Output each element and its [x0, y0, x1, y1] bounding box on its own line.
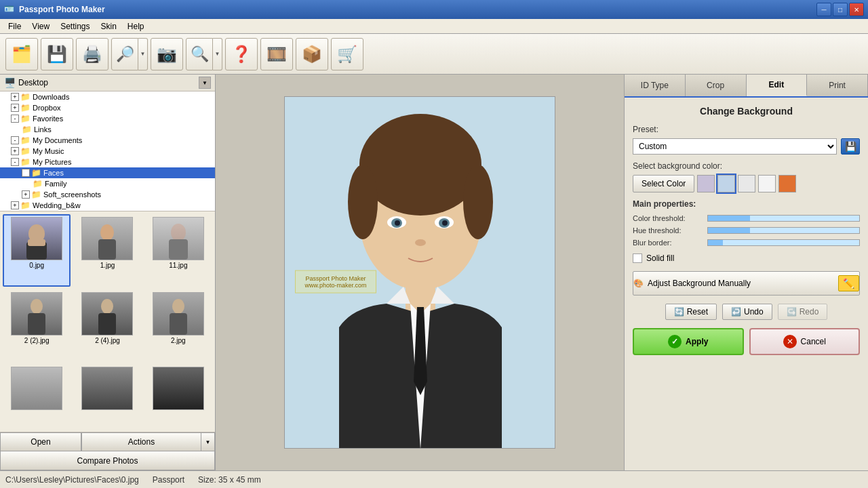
blur-border-slider[interactable] — [707, 239, 860, 246]
pencil-icon: ✏️ — [838, 275, 859, 291]
tree-item-dropbox[interactable]: + 📁 Dropbox — [0, 102, 215, 113]
film-tool[interactable]: 🎞️ — [260, 38, 293, 70]
zoom-tool[interactable]: 🔎 — [111, 38, 138, 70]
menu-file[interactable]: File — [3, 20, 26, 33]
preset-row: Custom 💾 — [633, 138, 860, 155]
menu-settings[interactable]: Settings — [55, 20, 95, 33]
thumbnail-2-2[interactable]: 2 (2).jpg — [3, 289, 71, 362]
select-color-button[interactable]: Select Color — [633, 175, 694, 192]
cart-tool[interactable]: 🛒 — [331, 38, 363, 70]
adjust-background-button[interactable]: 🎨 Adjust Background Manually ✏️ — [633, 271, 860, 296]
svg-rect-6 — [169, 239, 188, 260]
undo-button[interactable]: ↩️ Undo — [722, 304, 772, 320]
tree-item-my-music[interactable]: + 📁 My Music — [0, 146, 215, 157]
thumbnail-5[interactable] — [144, 364, 212, 429]
actions-arrow[interactable]: ▼ — [201, 432, 215, 451]
folder-icon: 📁 — [20, 201, 31, 210]
expand-soft[interactable]: + — [22, 190, 30, 199]
thumbnail-0[interactable]: 0.jpg — [3, 214, 71, 287]
actions-button[interactable]: Actions — [81, 432, 201, 451]
svg-point-16 — [348, 165, 378, 239]
tree-item-my-documents[interactable]: - 📁 My Documents — [0, 135, 215, 146]
status-bar: C:\Users\Lesley\Pictures\Faces\0.jpg Pas… — [0, 470, 868, 488]
help-tool[interactable]: ❓ — [225, 38, 258, 70]
tab-edit[interactable]: Edit — [747, 75, 808, 96]
tree-item-favorites[interactable]: - 📁 Favorites — [0, 113, 215, 124]
zoom-arrow[interactable]: ▼ — [138, 38, 148, 70]
save-preset-button[interactable]: 💾 — [841, 138, 860, 155]
svg-point-7 — [31, 299, 43, 314]
tab-id-type[interactable]: ID Type — [625, 75, 686, 96]
enhance-tool[interactable]: 🔍 — [186, 38, 213, 70]
adjust-icon: 🎨 — [633, 279, 644, 288]
thumbnail-4[interactable] — [73, 364, 141, 429]
reset-button[interactable]: 🔄 Reset — [665, 304, 717, 320]
menu-skin[interactable]: Skin — [96, 20, 122, 33]
folder-dropdown-btn[interactable]: ▼ — [199, 77, 211, 89]
maximize-button[interactable]: □ — [833, 3, 848, 16]
expand-favorites[interactable]: - — [11, 115, 19, 123]
expand-wedding[interactable]: + — [11, 201, 19, 209]
folder-icon: 📁 — [31, 190, 41, 199]
color-threshold-slider[interactable] — [707, 215, 860, 222]
swatch-light-gray[interactable] — [738, 175, 755, 192]
thumbnail-11[interactable]: 11.jpg — [144, 214, 212, 287]
expand-dropbox[interactable]: + — [11, 104, 19, 112]
svg-rect-12 — [170, 313, 187, 335]
thumbnail-2-4[interactable]: 2 (4).jpg — [73, 289, 141, 362]
svg-point-15 — [359, 114, 481, 216]
tab-crop[interactable]: Crop — [686, 75, 747, 96]
thumbnail-1[interactable]: 1.jpg — [73, 214, 141, 287]
export-tool[interactable]: 📦 — [296, 38, 328, 70]
compare-photos-button[interactable]: Compare Photos — [0, 451, 215, 470]
action-row: 🔄 Reset ↩️ Undo ↪️ Redo — [633, 304, 860, 320]
tree-item-soft-screenshots[interactable]: + 📁 Soft_screenshots — [0, 189, 215, 200]
hue-threshold-slider[interactable] — [707, 227, 860, 234]
solid-fill-checkbox[interactable] — [633, 253, 642, 263]
minimize-button[interactable]: ─ — [816, 3, 831, 16]
tree-view: + 📁 Downloads + 📁 Dropbox - 📁 Favorites — [0, 92, 215, 211]
expand-downloads[interactable]: + — [11, 93, 19, 101]
save-tool[interactable]: 💾 — [41, 38, 73, 70]
menu-help[interactable]: Help — [122, 20, 150, 33]
enhance-arrow[interactable]: ▼ — [213, 38, 222, 70]
tree-item-my-pictures[interactable]: - 📁 My Pictures — [0, 157, 215, 167]
thumbnail-2[interactable]: 2.jpg — [144, 289, 212, 362]
swatch-light-purple[interactable] — [697, 175, 715, 192]
status-type: Passport — [153, 475, 184, 485]
close-button[interactable]: ✕ — [849, 3, 864, 16]
thumbnail-area: 0.jpg 1.jpg — [0, 211, 215, 432]
print-tool[interactable]: 🖨️ — [76, 38, 108, 70]
folder-icon: 📁 — [33, 179, 43, 188]
swatch-white[interactable] — [758, 175, 776, 192]
redo-button[interactable]: ↪️ Redo — [778, 304, 828, 320]
svg-rect-4 — [98, 239, 116, 260]
tab-print[interactable]: Print — [807, 75, 868, 96]
svg-rect-2 — [28, 239, 45, 246]
window-controls: ─ □ ✕ — [816, 3, 864, 16]
expand-mypictures[interactable]: - — [11, 158, 19, 166]
expand-faces[interactable]: - — [22, 169, 30, 177]
svg-point-25 — [415, 239, 426, 246]
status-path: C:\Users\Lesley\Pictures\Faces\0.jpg — [5, 475, 139, 485]
tree-item-family[interactable]: 📁 Family — [0, 178, 215, 189]
thumbnail-3[interactable] — [3, 364, 71, 429]
tree-item-downloads[interactable]: + 📁 Downloads — [0, 92, 215, 102]
swatch-orange[interactable] — [778, 175, 796, 192]
tree-item-links[interactable]: 📁 Links — [0, 124, 215, 135]
svg-point-23 — [395, 220, 400, 226]
cancel-button[interactable]: ✕ Cancel — [749, 328, 861, 355]
hue-threshold-label: Hue threshold: — [633, 226, 707, 235]
expand-mydocuments[interactable]: - — [11, 136, 19, 144]
tree-item-faces[interactable]: - 📁 Faces — [0, 167, 215, 178]
open-button[interactable]: Open — [0, 432, 81, 451]
camera-tool[interactable]: 📷 — [151, 38, 183, 70]
apply-button[interactable]: ✓ Apply — [633, 328, 744, 355]
tree-item-wedding[interactable]: + 📁 Wedding_b&w — [0, 200, 215, 211]
open-folder-tool[interactable]: 🗂️ — [5, 38, 38, 70]
menu-view[interactable]: View — [26, 20, 55, 33]
watermark-overlay: Passport Photo Makerwww.photo-maker.com — [295, 270, 376, 293]
swatch-light-blue[interactable] — [717, 175, 735, 192]
preset-select[interactable]: Custom — [633, 138, 837, 155]
expand-mymusic[interactable]: + — [11, 147, 19, 155]
